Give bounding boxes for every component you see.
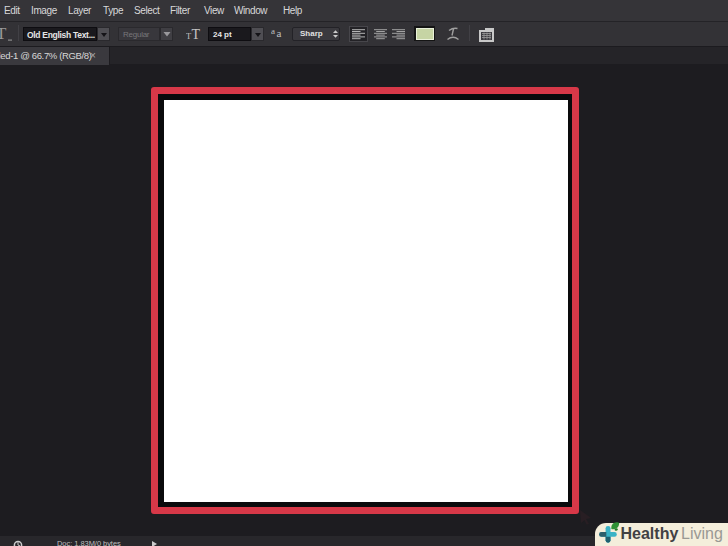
svg-text:T: T xyxy=(0,24,7,43)
svg-text:T: T xyxy=(192,27,201,42)
svg-text:a: a xyxy=(277,27,282,39)
svg-text:a: a xyxy=(271,26,275,36)
